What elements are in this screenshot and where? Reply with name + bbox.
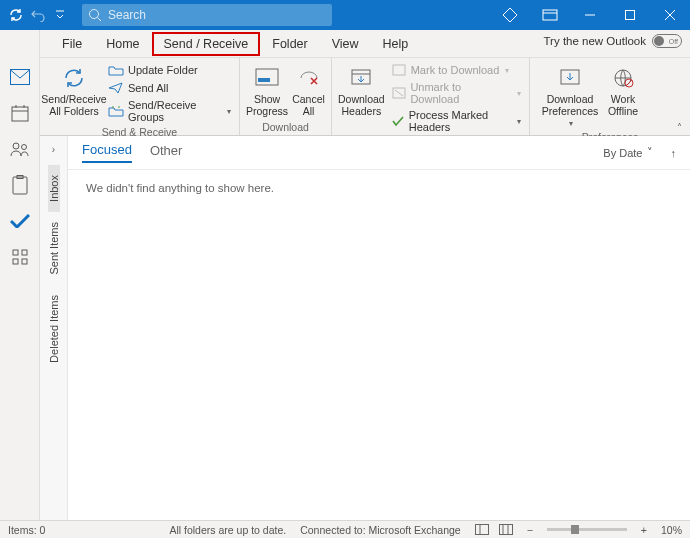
group-send-receive: Send/Receive All Folders Update Folder S… bbox=[40, 58, 240, 135]
download-prefs-icon bbox=[556, 64, 584, 92]
svg-rect-12 bbox=[22, 259, 27, 264]
zoom-in[interactable]: + bbox=[641, 524, 647, 536]
svg-point-14 bbox=[90, 10, 99, 19]
cancel-all-button[interactable]: Cancel All bbox=[292, 62, 325, 117]
sort-label: By Date bbox=[603, 147, 642, 159]
svg-rect-7 bbox=[13, 177, 27, 194]
collapse-ribbon-icon[interactable]: ˄ bbox=[677, 122, 682, 133]
svg-rect-23 bbox=[258, 78, 270, 82]
chevron-down-icon: ▾ bbox=[517, 117, 521, 126]
search-box[interactable] bbox=[82, 4, 332, 26]
chevron-down-icon: ▾ bbox=[569, 119, 573, 128]
work-offline-icon bbox=[609, 64, 637, 92]
try-new-outlook: Try the new Outlook Off bbox=[544, 34, 682, 48]
sort-direction[interactable]: ↑ bbox=[671, 147, 677, 159]
svg-rect-11 bbox=[13, 259, 18, 264]
group-title-download: Download bbox=[246, 119, 325, 133]
pivot-focused[interactable]: Focused bbox=[82, 142, 132, 163]
svg-rect-35 bbox=[499, 525, 512, 535]
unmark-label: Unmark to Download bbox=[410, 81, 511, 105]
maximize-button[interactable] bbox=[610, 0, 650, 30]
svg-rect-19 bbox=[626, 11, 635, 20]
cancel-icon bbox=[295, 64, 323, 92]
unmark-icon bbox=[391, 86, 407, 100]
folder-pane-collapsed: › Inbox Sent Items Deleted Items bbox=[40, 136, 68, 520]
view-switcher bbox=[475, 524, 513, 535]
tab-help[interactable]: Help bbox=[371, 32, 421, 56]
tab-folder[interactable]: Folder bbox=[260, 32, 319, 56]
chevron-down-icon: ▾ bbox=[505, 66, 509, 75]
download-headers-button[interactable]: Download Headers bbox=[338, 62, 385, 117]
coming-soon-icon[interactable] bbox=[490, 0, 530, 30]
group-download: Show Progress Cancel All Download bbox=[240, 58, 332, 135]
process-headers-button[interactable]: Process Marked Headers▾ bbox=[389, 108, 523, 134]
svg-rect-10 bbox=[22, 250, 27, 255]
svg-line-15 bbox=[98, 18, 102, 22]
more-apps-icon[interactable] bbox=[9, 246, 31, 268]
update-folder-button[interactable]: Update Folder bbox=[106, 62, 233, 78]
undo-icon[interactable] bbox=[30, 7, 46, 23]
cancel-all-label: Cancel All bbox=[292, 94, 325, 117]
groups-icon bbox=[108, 104, 124, 118]
show-progress-label: Show Progress bbox=[246, 94, 288, 117]
work-offline-label: Work Offline bbox=[608, 94, 638, 117]
tab-send-receive[interactable]: Send / Receive bbox=[152, 32, 261, 56]
send-all-label: Send All bbox=[128, 82, 168, 94]
send-receive-all-label: Send/Receive All Folders bbox=[41, 94, 106, 117]
quick-access-toolbar bbox=[0, 7, 76, 23]
view-reading-icon[interactable] bbox=[499, 524, 513, 535]
people-icon[interactable] bbox=[9, 138, 31, 160]
try-new-toggle[interactable]: Off bbox=[652, 34, 682, 48]
pivot-other[interactable]: Other bbox=[150, 143, 183, 162]
send-all-icon bbox=[108, 81, 124, 95]
svg-line-28 bbox=[395, 90, 403, 96]
svg-rect-26 bbox=[393, 65, 405, 75]
svg-line-32 bbox=[626, 80, 632, 86]
svg-rect-9 bbox=[13, 250, 18, 255]
expand-folder-pane[interactable]: › bbox=[52, 144, 55, 155]
zoom-slider[interactable] bbox=[547, 528, 627, 531]
qat-dropdown-icon[interactable] bbox=[52, 7, 68, 23]
calendar-icon[interactable] bbox=[9, 102, 31, 124]
work-offline-button[interactable]: Work Offline bbox=[602, 62, 644, 117]
chevron-down-icon: ▾ bbox=[517, 89, 521, 98]
title-bar bbox=[0, 0, 690, 30]
search-input[interactable] bbox=[108, 8, 326, 22]
ribbon-display-icon[interactable] bbox=[530, 0, 570, 30]
status-connection: Connected to: Microsoft Exchange bbox=[300, 524, 461, 536]
mail-icon[interactable] bbox=[9, 66, 31, 88]
status-sync: All folders are up to date. bbox=[169, 524, 286, 536]
message-header: Focused Other By Date˅ ↑ bbox=[68, 136, 690, 170]
mark-download-button[interactable]: Mark to Download▾ bbox=[389, 62, 523, 78]
download-preferences-button[interactable]: Download Preferences ▾ bbox=[542, 62, 598, 129]
app-rail bbox=[0, 30, 40, 520]
ribbon-tabs: File Home Send / Receive Folder View Hel… bbox=[0, 30, 690, 58]
view-normal-icon[interactable] bbox=[475, 524, 489, 535]
search-icon bbox=[88, 8, 102, 22]
show-progress-button[interactable]: Show Progress bbox=[246, 62, 288, 117]
folder-inbox[interactable]: Inbox bbox=[48, 165, 60, 212]
send-receive-all-button[interactable]: Send/Receive All Folders bbox=[46, 62, 102, 117]
todo-checkmark-icon[interactable] bbox=[9, 210, 31, 232]
unmark-download-button[interactable]: Unmark to Download▾ bbox=[389, 80, 523, 106]
tab-file[interactable]: File bbox=[50, 32, 94, 56]
send-all-button[interactable]: Send All bbox=[106, 80, 233, 96]
send-receive-groups-button[interactable]: Send/Receive Groups▾ bbox=[106, 98, 233, 124]
ribbon: Send/Receive All Folders Update Folder S… bbox=[0, 58, 690, 136]
sync-icon[interactable] bbox=[8, 7, 24, 23]
try-new-label: Try the new Outlook bbox=[544, 35, 646, 47]
sort-button[interactable]: By Date˅ bbox=[603, 146, 652, 159]
zoom-out[interactable]: − bbox=[527, 524, 533, 536]
tasks-icon[interactable] bbox=[9, 174, 31, 196]
folder-deleted-items[interactable]: Deleted Items bbox=[48, 285, 60, 373]
content-area: › Inbox Sent Items Deleted Items Focused… bbox=[40, 136, 690, 520]
minimize-button[interactable] bbox=[570, 0, 610, 30]
close-button[interactable] bbox=[650, 0, 690, 30]
svg-point-6 bbox=[21, 145, 26, 150]
status-items: Items: 0 bbox=[8, 524, 45, 536]
download-headers-icon bbox=[347, 64, 375, 92]
process-label: Process Marked Headers bbox=[409, 109, 511, 133]
tab-home[interactable]: Home bbox=[94, 32, 151, 56]
tab-view[interactable]: View bbox=[320, 32, 371, 56]
folder-sent-items[interactable]: Sent Items bbox=[48, 212, 60, 285]
